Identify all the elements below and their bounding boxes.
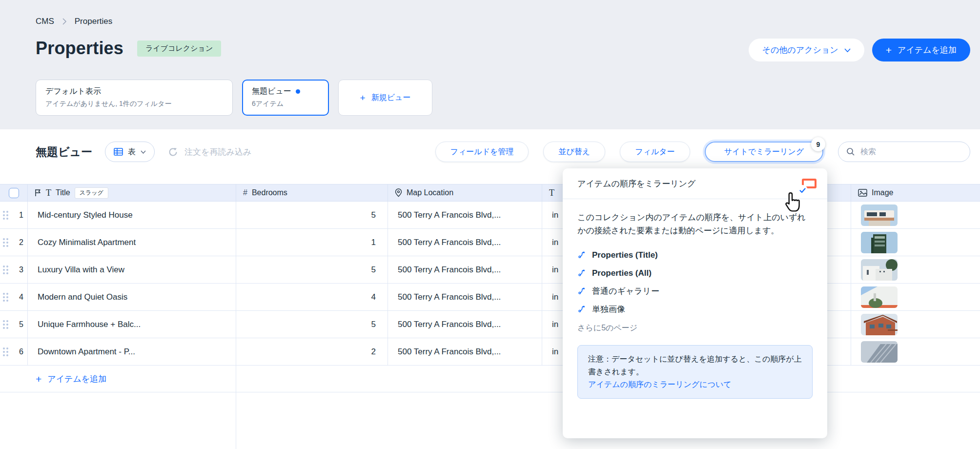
connected-page-label: 普通のギャラリー [592, 286, 659, 297]
image-icon [858, 189, 867, 197]
mirror-on-site-label: サイトでミラーリング [724, 147, 804, 157]
column-header-title[interactable]: T Title スラッグ [28, 184, 236, 201]
cell-bedrooms[interactable]: 5 [236, 202, 388, 228]
reload-order-button[interactable]: 注文を再読み込み [167, 146, 251, 158]
cell-image[interactable] [851, 229, 980, 256]
drag-handle[interactable] [3, 265, 8, 274]
cell-title[interactable]: Cozy Minimalist Apartment [28, 229, 236, 256]
manage-fields-label: フィールドを管理 [450, 147, 514, 157]
layout-selector[interactable]: 表 [105, 142, 155, 162]
row-number: 6 [19, 347, 23, 356]
table-row[interactable]: 2 Cozy Minimalist Apartment 1 500 Terry … [0, 229, 980, 256]
column-header-map-location[interactable]: Map Location [388, 184, 542, 201]
table-row[interactable]: 3 Luxury Villa with a View 5 500 Terry A… [0, 256, 980, 284]
unsaved-dot-icon [296, 89, 300, 94]
map-pin-icon [395, 188, 402, 197]
slug-badge: スラッグ [75, 187, 108, 199]
property-thumbnail [861, 204, 898, 226]
cell-image[interactable] [851, 284, 980, 310]
drag-handle[interactable] [3, 238, 8, 247]
view-card-untitled[interactable]: 無題ビュー 6アイテム [242, 80, 329, 116]
breadcrumb: CMS Properties [36, 17, 112, 26]
cell-image[interactable] [851, 202, 980, 228]
table-row[interactable]: 5 Unique Farmhouse + Balc... 5 500 Terry… [0, 311, 980, 338]
cell-title[interactable]: Downtown Apartment - P... [28, 338, 236, 365]
cell-title[interactable]: Modern and Quiet Oasis [28, 284, 236, 310]
cell-bedrooms[interactable]: 1 [236, 229, 388, 256]
new-view-button[interactable]: + 新規ビュー [338, 80, 432, 116]
drag-handle[interactable] [3, 211, 8, 220]
plus-icon: + [886, 45, 892, 55]
cell-map-location[interactable]: 500 Terry A Francois Blvd,... [388, 202, 542, 228]
more-actions-label: その他のアクション [762, 44, 838, 56]
mirror-on-site-button[interactable]: サイトでミラーリング [705, 142, 823, 162]
connected-page-item[interactable]: 普通のギャラリー [577, 282, 813, 300]
view-card-untitled-subtitle: 6アイテム [252, 100, 319, 108]
row-number: 2 [19, 238, 23, 247]
connected-page-item[interactable]: Properties (All) [577, 264, 813, 282]
search-input[interactable] [860, 147, 958, 156]
cell-title[interactable]: Mid-century Styled House [28, 202, 236, 228]
reload-order-label: 注文を再読み込み [184, 146, 251, 158]
column-divider [236, 320, 236, 449]
text-field-icon: T [549, 188, 554, 198]
breadcrumb-cms[interactable]: CMS [36, 17, 54, 26]
column-header-image[interactable]: Image [851, 184, 980, 201]
manage-fields-button[interactable]: フィールドを管理 [435, 142, 529, 162]
connected-page-item[interactable]: Properties (Title) [577, 246, 813, 264]
drag-handle[interactable] [3, 320, 8, 329]
number-field-icon: # [243, 188, 247, 197]
property-thumbnail [861, 314, 898, 335]
cell-bedrooms[interactable]: 5 [236, 256, 388, 283]
table-row[interactable]: 4 Modern and Quiet Oasis 4 500 Terry A F… [0, 284, 980, 311]
cell-image[interactable] [851, 311, 980, 338]
cell-map-location[interactable]: 500 Terry A Francois Blvd,... [388, 284, 542, 310]
cell-bedrooms[interactable]: 4 [236, 284, 388, 310]
breadcrumb-properties[interactable]: Properties [75, 17, 112, 26]
connected-page-label: Properties (All) [592, 268, 652, 278]
column-map-label: Map Location [407, 188, 453, 197]
view-card-default[interactable]: デフォルト表示 アイテムがありません, 1件のフィルター [36, 80, 233, 116]
drag-handle[interactable] [3, 347, 8, 356]
column-title-label: Title [56, 188, 70, 197]
live-collection-badge: ライブコレクション [137, 41, 221, 57]
column-header-bedrooms[interactable]: # Bedrooms [236, 184, 388, 201]
select-all-checkbox[interactable] [9, 188, 19, 198]
cell-title[interactable]: Luxury Villa with a View [28, 256, 236, 283]
sort-button[interactable]: 並び替え [543, 142, 605, 162]
mirror-popover-title: アイテムの順序をミラーリング [577, 178, 695, 189]
cell-image[interactable] [851, 338, 980, 365]
cell-image[interactable] [851, 256, 980, 283]
cell-bedrooms[interactable]: 2 [236, 338, 388, 365]
add-item-link[interactable]: + アイテムを追加 [36, 373, 106, 385]
connected-page-label: 単独画像 [592, 304, 625, 315]
flag-icon [35, 189, 41, 197]
cell-map-location[interactable]: 500 Terry A Francois Blvd,... [388, 256, 542, 283]
mirror-popover: アイテムの順序をミラーリング このコレクション内のアイテムの順序を、サイト上のい… [563, 168, 827, 438]
cell-title[interactable]: Unique Farmhouse + Balc... [28, 311, 236, 338]
cell-bedrooms[interactable]: 5 [236, 311, 388, 338]
column-image-label: Image [872, 188, 893, 197]
cms-collection-page: CMS Properties Properties ライブコレクション その他の… [0, 0, 980, 449]
view-card-default-title: デフォルト表示 [45, 86, 223, 97]
table-row[interactable]: 1 Mid-century Styled House 5 500 Terry A… [0, 202, 980, 229]
connection-icon [577, 269, 586, 277]
property-thumbnail [861, 341, 898, 363]
note-link[interactable]: アイテムの順序のミラーリングについて [588, 380, 732, 388]
table-row[interactable]: 6 Downtown Apartment - P... 2 500 Terry … [0, 338, 980, 366]
cell-map-location[interactable]: 500 Terry A Francois Blvd,... [388, 338, 542, 365]
view-toolbar: 無題ビュー 表 注文を再読み込み [0, 137, 980, 166]
cell-map-location[interactable]: 500 Terry A Francois Blvd,... [388, 229, 542, 256]
filter-button[interactable]: フィルター [620, 142, 690, 162]
more-actions-button[interactable]: その他のアクション [749, 39, 864, 61]
sort-label: 並び替え [558, 147, 590, 157]
connected-page-label: Properties (Title) [592, 250, 658, 260]
toggle-highlight-box [802, 179, 817, 188]
connected-page-item[interactable]: 単独画像 [577, 300, 813, 318]
drag-handle[interactable] [3, 293, 8, 302]
mirror-popover-description: このコレクション内のアイテムの順序を、サイト上のいずれかの接続された要素または動… [577, 211, 813, 237]
add-item-button[interactable]: + アイテムを追加 [872, 39, 970, 61]
plus-icon: + [36, 374, 41, 384]
mirror-count-badge: 9 [811, 137, 825, 151]
cell-map-location[interactable]: 500 Terry A Francois Blvd,... [388, 311, 542, 338]
